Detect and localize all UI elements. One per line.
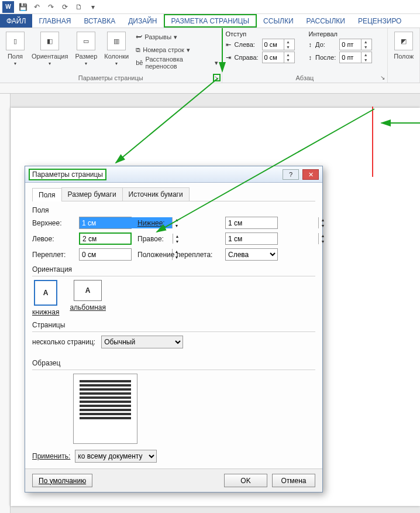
right-margin-label: Правое: [137, 235, 219, 243]
orientation-label: Ориентация [32, 53, 68, 60]
left-margin-field[interactable]: ▲▼ [79, 232, 132, 245]
size-label: Размер [75, 53, 97, 60]
columns-button[interactable]: ▥Колонки▾ [102, 30, 131, 69]
pages-frame-title: Страницы [32, 321, 315, 329]
word-app-icon: W [2, 1, 14, 13]
ruler-vertical[interactable] [0, 94, 11, 513]
orientation-button[interactable]: ◧Ориентация▾ [29, 30, 70, 69]
right-margin-field[interactable]: ▲▼ [225, 232, 278, 245]
multi-pages-label: несколько страниц: [32, 338, 95, 346]
refresh-icon[interactable]: ⟳ [60, 2, 70, 12]
left-margin-label: Левое: [32, 235, 73, 243]
qat-customize-icon[interactable]: ▾ [88, 2, 98, 12]
orientation-frame-title: Ориентация [32, 265, 315, 273]
page-setup-dialog: Параметры страницы ? ✕ Поля Размер бумаг… [25, 166, 323, 493]
columns-label: Колонки [104, 53, 129, 60]
tab-review[interactable]: РЕЦЕНЗИРО [352, 14, 408, 28]
page-setup-group-label: Параметры страницы [0, 74, 222, 81]
orientation-landscape[interactable]: A альбомная [70, 280, 106, 316]
ribbon-tabs: ФАЙЛ ГЛАВНАЯ ВСТАВКА ДИЗАЙН РАЗМЕТКА СТР… [0, 14, 420, 28]
tab-mailings[interactable]: РАССЫЛКИ [300, 14, 352, 28]
spacing-before-icon: ↕ [309, 41, 312, 48]
spacing-after-field[interactable]: ▲▼ [339, 52, 372, 63]
spacing-after-label: После: [315, 54, 336, 61]
margin-indicator [372, 107, 373, 177]
multi-pages-select[interactable]: Обычный [101, 336, 183, 348]
dialog-tab-source[interactable]: Источник бумаги [122, 187, 190, 201]
page-setup-launcher[interactable]: ↘ [213, 74, 221, 81]
bottom-margin-label: Нижнее: [137, 219, 219, 227]
margins-frame-title: Поля [32, 206, 315, 214]
indent-right-label: Справа: [235, 54, 259, 61]
paragraph-launcher[interactable]: ↘ [378, 74, 386, 81]
close-button[interactable]: ✕ [302, 169, 319, 180]
dialog-tab-paper[interactable]: Размер бумаги [61, 187, 123, 201]
indent-left-field[interactable]: ▲▼ [262, 39, 295, 50]
new-doc-icon[interactable]: 🗋 [74, 2, 84, 12]
spacing-title: Интервал [309, 30, 375, 37]
paragraph-group-label: Абзац [222, 74, 388, 81]
save-icon[interactable]: 💾 [18, 2, 28, 12]
breaks-button[interactable]: ⮨ Разрывы ▾ [136, 30, 218, 43]
tab-home[interactable]: ГЛАВНАЯ [32, 14, 77, 28]
ok-button[interactable]: OK [224, 474, 267, 487]
spacing-before-field[interactable]: ▲▼ [339, 39, 372, 50]
redo-icon[interactable]: ↷ [46, 2, 56, 12]
dialog-tab-margins[interactable]: Поля [32, 188, 62, 201]
preview-thumbnail [73, 374, 137, 444]
top-margin-field[interactable]: ▲▼ [79, 217, 132, 229]
apply-to-label: Применить: [32, 452, 70, 460]
size-button[interactable]: ▭Размер▾ [73, 30, 99, 69]
cancel-button[interactable]: Отмена [272, 474, 315, 487]
line-numbers-button[interactable]: ⧉ Номера строк ▾ [136, 43, 218, 56]
ribbon: ▯Поля▾ ◧Ориентация▾ ▭Размер▾ ▥Колонки▾ ⮨… [0, 28, 420, 83]
indent-right-icon: ⇥ [226, 54, 231, 61]
apply-to-select[interactable]: ко всему документу [75, 450, 157, 463]
default-button[interactable]: По умолчанию [32, 474, 92, 487]
indent-left-label: Слева: [235, 41, 259, 48]
gutter-pos-select[interactable]: Слева [225, 248, 278, 261]
tab-insert[interactable]: ВСТАВКА [77, 14, 122, 28]
tab-design[interactable]: ДИЗАЙН [122, 14, 163, 28]
tab-references[interactable]: ССЫЛКИ [257, 14, 299, 28]
help-button[interactable]: ? [283, 169, 299, 180]
undo-icon[interactable]: ↶ [32, 2, 42, 12]
indent-right-field[interactable]: ▲▼ [262, 52, 295, 63]
preview-frame-title: Образец [32, 359, 315, 367]
ruler-horizontal[interactable] [0, 83, 420, 94]
hyphenation-button[interactable]: bē Расстановка переносов ▾ [136, 56, 218, 69]
spacing-before-label: До: [315, 41, 336, 48]
bottom-margin-field[interactable]: ▲▼ [225, 217, 278, 229]
spacing-after-icon: ↕ [309, 54, 312, 61]
indent-title: Отступ [226, 30, 297, 37]
position-button[interactable]: ◩Полож [391, 30, 416, 61]
gutter-field[interactable]: ▲▼ [79, 248, 132, 261]
gutter-pos-label: Положение переплета: [137, 251, 219, 259]
margins-label: Поля [8, 53, 23, 60]
indent-left-icon: ⇤ [226, 41, 231, 49]
dialog-title: Параметры страницы [29, 169, 106, 180]
gutter-label: Переплет: [32, 251, 73, 259]
margins-button[interactable]: ▯Поля▾ [4, 30, 27, 69]
tab-file[interactable]: ФАЙЛ [0, 14, 32, 28]
top-margin-label: Верхнее: [32, 219, 73, 227]
tab-page-layout[interactable]: РАЗМЕТКА СТРАНИЦЫ [164, 14, 257, 28]
orientation-portrait[interactable]: A книжная [32, 280, 59, 316]
